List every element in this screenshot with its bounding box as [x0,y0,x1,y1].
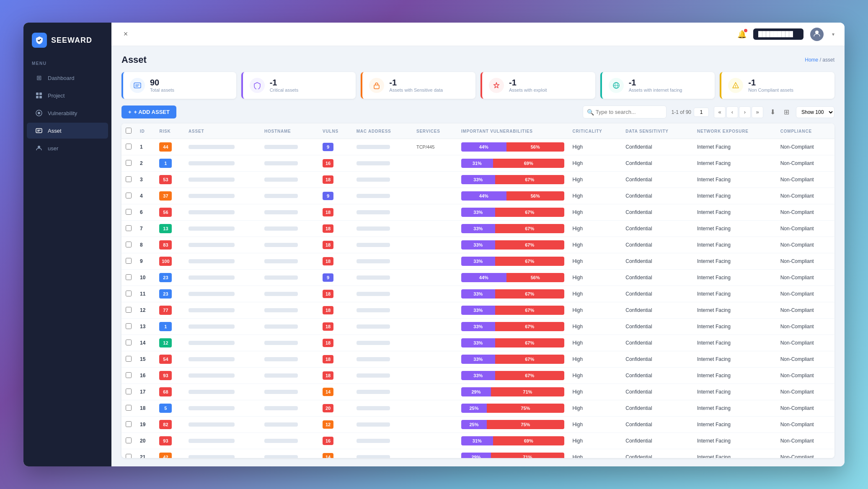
sidebar: SEEWARD MENU ⊞ Dashboard Project Vulnera… [23,23,111,466]
cell-id: 21 [136,449,155,458]
cell-mac [352,221,412,237]
row-checkbox[interactable] [126,372,132,378]
cell-imp-vulns: 31% 69% [457,155,568,172]
row-checkbox[interactable] [126,438,132,443]
cell-hostname [260,237,318,253]
row-checkbox[interactable] [126,291,132,296]
risk-badge: 5 [159,404,172,413]
cell-vulns: 9 [318,270,352,286]
stat-internet[interactable]: -1 Assets with internet facing [600,72,715,99]
row-checkbox[interactable] [126,356,132,362]
sidebar-item-user[interactable]: user [27,140,108,156]
cell-id: 11 [136,286,155,302]
page-title: Asset [121,54,147,65]
row-checkbox[interactable] [126,274,132,280]
top-search-input[interactable] [753,28,803,40]
risk-badge: 44 [159,142,172,152]
cell-hostname [260,139,318,155]
cell-risk: 1 [155,319,184,335]
cell-services [412,172,457,188]
vulns-badge: 18 [323,339,333,347]
row-checkbox[interactable] [126,193,132,198]
row-checkbox[interactable] [126,176,132,182]
cell-hostname [260,400,318,417]
select-all-checkbox[interactable] [126,128,132,134]
page-input[interactable] [694,108,709,117]
vuln-seg-2: 67% [495,224,564,233]
table-row: 14 12 18 33% 67% High Confidential Inter… [121,335,834,351]
table-row: 4 37 9 44% 56% High Confidential Interne… [121,188,834,204]
stat-sensitive-label: Assets with Sensitive data [389,88,443,93]
download-button[interactable]: ⬇ [768,106,777,118]
row-checkbox[interactable] [126,258,132,264]
row-checkbox[interactable] [126,405,132,411]
table-row: 2 1 16 31% 69% High Confidential Interne… [121,155,834,172]
row-checkbox[interactable] [126,225,132,231]
cell-asset [184,204,260,221]
dropdown-button[interactable]: ▾ [830,30,836,39]
cell-imp-vulns: 33% 67% [457,368,568,384]
row-checkbox[interactable] [126,209,132,215]
row-checkbox[interactable] [126,323,132,329]
breadcrumb-home[interactable]: Home [805,57,818,63]
svg-rect-0 [36,93,39,95]
svg-rect-14 [374,85,379,89]
row-checkbox[interactable] [126,307,132,313]
stat-noncompliant[interactable]: -1 Non Compliant assets [720,72,834,99]
sidebar-item-dashboard[interactable]: ⊞ Dashboard [27,70,108,86]
cell-risk: 23 [155,270,184,286]
row-checkbox[interactable] [126,144,132,149]
next-page-button[interactable]: › [739,106,751,118]
sidebar-item-asset[interactable]: Asset [27,123,108,139]
cell-risk: 42 [155,449,184,458]
sidebar-item-project[interactable]: Project [27,88,108,103]
search-input[interactable] [583,106,666,118]
row-checkbox[interactable] [126,389,132,394]
cell-services [412,155,457,172]
last-page-button[interactable]: » [752,106,763,118]
first-page-button[interactable]: « [714,106,726,118]
cell-risk: 82 [155,417,184,433]
row-checkbox[interactable] [126,160,132,166]
stat-exploit[interactable]: -1 Assets with exploit [480,72,595,99]
stat-total[interactable]: 90 Total assets [121,72,236,99]
stat-critical[interactable]: -1 Critical assets [241,72,356,99]
sidebar-item-vulnerability[interactable]: Vulnerability [27,105,108,121]
cell-compliance: Non-Compliant [776,270,834,286]
row-checkbox[interactable] [126,454,132,458]
cell-asset [184,302,260,319]
stat-sensitive[interactable]: -1 Assets with Sensitive data [361,72,475,99]
cell-hostname [260,204,318,221]
vuln-bar: 33% 67% [461,175,564,184]
cell-criticality: High [568,319,622,335]
table-row: 6 56 18 33% 67% High Confidential Intern… [121,204,834,221]
vuln-bar: 25% 75% [461,404,564,413]
show-select[interactable]: Show 100 Show 50 Show 25 [796,106,834,118]
vuln-seg-2: 56% [506,191,564,201]
vuln-bar: 33% 67% [461,240,564,250]
cell-mac [352,319,412,335]
prev-page-button[interactable]: ‹ [726,106,738,118]
cell-mac [352,433,412,449]
col-important-vulns: IMPORTANT VULNERABILITIES [457,124,568,139]
cell-services [412,221,457,237]
row-checkbox[interactable] [126,340,132,345]
cell-hostname [260,302,318,319]
grid-view-button[interactable]: ⊞ [782,106,791,118]
vuln-seg-2: 67% [495,240,564,250]
cell-compliance: Non-Compliant [776,384,834,400]
cell-services [412,449,457,458]
row-checkbox[interactable] [126,421,132,427]
notifications-button[interactable]: 🔔 [737,30,747,39]
vuln-seg-2: 67% [495,371,564,380]
cell-vulns: 18 [318,237,352,253]
row-checkbox[interactable] [126,242,132,247]
vulns-badge: 16 [323,159,333,167]
close-button[interactable]: × [120,28,132,40]
table-row: 11 23 18 33% 67% High Confidential Inter… [121,286,834,302]
cell-services [412,188,457,204]
avatar-button[interactable] [810,28,824,41]
add-asset-button[interactable]: + + ADD ASSET [121,106,176,118]
cell-imp-vulns: 25% 75% [457,400,568,417]
stat-exploit-info: -1 Assets with exploit [509,78,547,93]
